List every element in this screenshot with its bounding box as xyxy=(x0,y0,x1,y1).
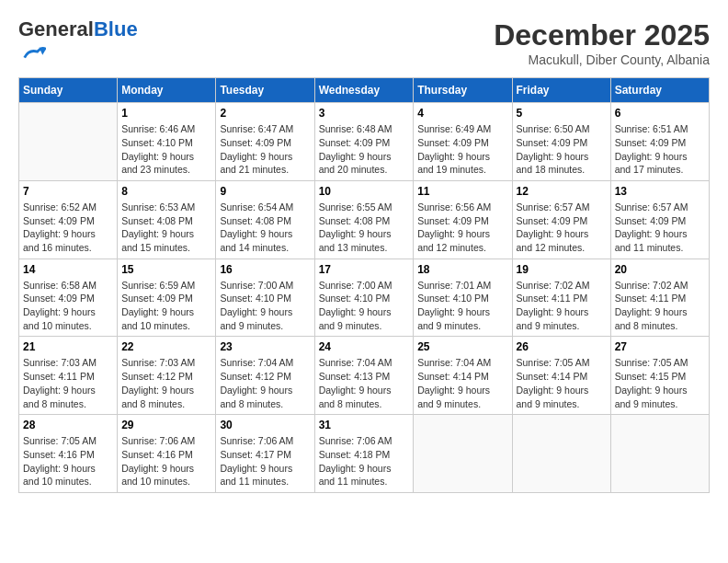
calendar: SundayMondayTuesdayWednesdayThursdayFrid… xyxy=(18,77,710,493)
calendar-cell: 8Sunrise: 6:53 AMSunset: 4:08 PMDaylight… xyxy=(118,180,216,259)
day-info: Sunrise: 6:46 AMSunset: 4:10 PMDaylight:… xyxy=(121,122,211,177)
calendar-cell: 16Sunrise: 7:00 AMSunset: 4:10 PMDayligh… xyxy=(216,259,314,337)
day-number: 1 xyxy=(121,107,211,120)
calendar-cell: 22Sunrise: 7:03 AMSunset: 4:12 PMDayligh… xyxy=(118,337,216,415)
calendar-cell xyxy=(610,415,709,493)
calendar-cell: 26Sunrise: 7:05 AMSunset: 4:14 PMDayligh… xyxy=(512,337,610,415)
calendar-header-saturday: Saturday xyxy=(610,78,709,103)
day-info: Sunrise: 6:50 AMSunset: 4:09 PMDaylight:… xyxy=(517,122,607,177)
calendar-cell: 4Sunrise: 6:49 AMSunset: 4:09 PMDaylight… xyxy=(414,103,512,181)
calendar-week-5: 28Sunrise: 7:05 AMSunset: 4:16 PMDayligh… xyxy=(19,415,710,493)
day-info: Sunrise: 7:00 AMSunset: 4:10 PMDaylight:… xyxy=(220,279,310,333)
day-number: 14 xyxy=(23,263,113,276)
day-number: 15 xyxy=(121,263,211,276)
calendar-cell: 2Sunrise: 6:47 AMSunset: 4:09 PMDaylight… xyxy=(216,103,314,181)
day-number: 8 xyxy=(121,185,211,198)
day-info: Sunrise: 7:00 AMSunset: 4:10 PMDaylight:… xyxy=(319,279,410,333)
calendar-cell: 23Sunrise: 7:04 AMSunset: 4:12 PMDayligh… xyxy=(216,337,314,415)
calendar-cell: 19Sunrise: 7:02 AMSunset: 4:11 PMDayligh… xyxy=(512,259,610,337)
day-info: Sunrise: 6:56 AMSunset: 4:09 PMDaylight:… xyxy=(417,201,507,255)
day-number: 22 xyxy=(121,340,211,353)
day-number: 30 xyxy=(220,419,310,431)
day-number: 10 xyxy=(319,185,410,198)
day-info: Sunrise: 6:53 AMSunset: 4:08 PMDaylight:… xyxy=(121,201,211,255)
calendar-week-2: 7Sunrise: 6:52 AMSunset: 4:09 PMDaylight… xyxy=(19,180,710,259)
calendar-cell: 10Sunrise: 6:55 AMSunset: 4:08 PMDayligh… xyxy=(314,180,414,259)
day-info: Sunrise: 6:55 AMSunset: 4:08 PMDaylight:… xyxy=(319,201,410,255)
day-number: 6 xyxy=(615,107,705,120)
day-number: 26 xyxy=(517,340,607,353)
calendar-cell xyxy=(414,415,512,493)
logo-icon xyxy=(20,40,46,66)
calendar-cell: 15Sunrise: 6:59 AMSunset: 4:09 PMDayligh… xyxy=(118,259,216,337)
calendar-cell: 25Sunrise: 7:04 AMSunset: 4:14 PMDayligh… xyxy=(414,337,512,415)
calendar-header-row: SundayMondayTuesdayWednesdayThursdayFrid… xyxy=(19,78,710,103)
day-info: Sunrise: 7:05 AMSunset: 4:16 PMDaylight:… xyxy=(23,434,113,488)
day-number: 21 xyxy=(23,340,113,353)
day-info: Sunrise: 7:06 AMSunset: 4:17 PMDaylight:… xyxy=(220,434,310,488)
day-info: Sunrise: 6:54 AMSunset: 4:08 PMDaylight:… xyxy=(220,201,310,255)
calendar-cell: 27Sunrise: 7:05 AMSunset: 4:15 PMDayligh… xyxy=(610,337,709,415)
day-info: Sunrise: 6:58 AMSunset: 4:09 PMDaylight:… xyxy=(23,279,113,333)
calendar-cell: 14Sunrise: 6:58 AMSunset: 4:09 PMDayligh… xyxy=(19,259,118,337)
day-number: 4 xyxy=(417,107,507,120)
calendar-cell: 6Sunrise: 6:51 AMSunset: 4:09 PMDaylight… xyxy=(610,103,709,181)
day-number: 11 xyxy=(417,185,507,198)
day-number: 31 xyxy=(319,419,410,431)
calendar-header-wednesday: Wednesday xyxy=(314,78,414,103)
day-info: Sunrise: 7:02 AMSunset: 4:11 PMDaylight:… xyxy=(615,279,705,333)
title-block: December 2025 Macukull, Diber County, Al… xyxy=(494,18,710,67)
calendar-cell xyxy=(19,103,118,181)
day-info: Sunrise: 7:06 AMSunset: 4:16 PMDaylight:… xyxy=(121,434,211,488)
calendar-cell: 20Sunrise: 7:02 AMSunset: 4:11 PMDayligh… xyxy=(610,259,709,337)
day-number: 9 xyxy=(220,185,310,198)
logo-blue: Blue xyxy=(94,17,138,40)
day-info: Sunrise: 7:04 AMSunset: 4:14 PMDaylight:… xyxy=(417,356,507,410)
day-number: 29 xyxy=(121,419,211,431)
day-info: Sunrise: 6:47 AMSunset: 4:09 PMDaylight:… xyxy=(220,122,310,177)
calendar-cell: 12Sunrise: 6:57 AMSunset: 4:09 PMDayligh… xyxy=(512,180,610,259)
calendar-cell: 3Sunrise: 6:48 AMSunset: 4:09 PMDaylight… xyxy=(314,103,414,181)
day-info: Sunrise: 6:57 AMSunset: 4:09 PMDaylight:… xyxy=(615,201,705,255)
day-number: 2 xyxy=(220,107,310,120)
calendar-cell: 21Sunrise: 7:03 AMSunset: 4:11 PMDayligh… xyxy=(19,337,118,415)
day-number: 23 xyxy=(220,340,310,353)
logo-text: GeneralBlue xyxy=(18,18,138,40)
day-info: Sunrise: 6:57 AMSunset: 4:09 PMDaylight:… xyxy=(517,201,607,255)
calendar-header-monday: Monday xyxy=(118,78,216,103)
calendar-cell: 5Sunrise: 6:50 AMSunset: 4:09 PMDaylight… xyxy=(512,103,610,181)
day-info: Sunrise: 7:06 AMSunset: 4:18 PMDaylight:… xyxy=(319,434,410,488)
calendar-cell: 24Sunrise: 7:04 AMSunset: 4:13 PMDayligh… xyxy=(314,337,414,415)
day-number: 16 xyxy=(220,263,310,276)
calendar-cell: 13Sunrise: 6:57 AMSunset: 4:09 PMDayligh… xyxy=(610,180,709,259)
day-info: Sunrise: 7:03 AMSunset: 4:12 PMDaylight:… xyxy=(121,356,211,410)
day-number: 19 xyxy=(517,263,607,276)
logo: GeneralBlue xyxy=(18,18,138,70)
day-info: Sunrise: 6:52 AMSunset: 4:09 PMDaylight:… xyxy=(23,201,113,255)
calendar-cell: 29Sunrise: 7:06 AMSunset: 4:16 PMDayligh… xyxy=(118,415,216,493)
day-number: 13 xyxy=(615,185,705,198)
calendar-cell: 7Sunrise: 6:52 AMSunset: 4:09 PMDaylight… xyxy=(19,180,118,259)
day-info: Sunrise: 7:02 AMSunset: 4:11 PMDaylight:… xyxy=(517,279,607,333)
calendar-cell: 9Sunrise: 6:54 AMSunset: 4:08 PMDaylight… xyxy=(216,180,314,259)
calendar-header-thursday: Thursday xyxy=(414,78,512,103)
day-info: Sunrise: 7:04 AMSunset: 4:12 PMDaylight:… xyxy=(220,356,310,410)
calendar-cell: 28Sunrise: 7:05 AMSunset: 4:16 PMDayligh… xyxy=(19,415,118,493)
calendar-header-sunday: Sunday xyxy=(19,78,118,103)
calendar-header-tuesday: Tuesday xyxy=(216,78,314,103)
calendar-header-friday: Friday xyxy=(512,78,610,103)
calendar-cell: 30Sunrise: 7:06 AMSunset: 4:17 PMDayligh… xyxy=(216,415,314,493)
location-title: Macukull, Diber County, Albania xyxy=(494,52,710,67)
calendar-cell: 11Sunrise: 6:56 AMSunset: 4:09 PMDayligh… xyxy=(414,180,512,259)
day-info: Sunrise: 7:03 AMSunset: 4:11 PMDaylight:… xyxy=(23,356,113,410)
day-number: 28 xyxy=(23,419,113,431)
day-info: Sunrise: 7:05 AMSunset: 4:15 PMDaylight:… xyxy=(615,356,705,410)
calendar-week-3: 14Sunrise: 6:58 AMSunset: 4:09 PMDayligh… xyxy=(19,259,710,337)
calendar-cell: 31Sunrise: 7:06 AMSunset: 4:18 PMDayligh… xyxy=(314,415,414,493)
day-number: 3 xyxy=(319,107,410,120)
day-number: 5 xyxy=(517,107,607,120)
logo-general: General xyxy=(18,17,94,40)
page-header: GeneralBlue December 2025 Macukull, Dibe… xyxy=(18,18,710,70)
month-title: December 2025 xyxy=(494,18,710,52)
calendar-cell: 18Sunrise: 7:01 AMSunset: 4:10 PMDayligh… xyxy=(414,259,512,337)
